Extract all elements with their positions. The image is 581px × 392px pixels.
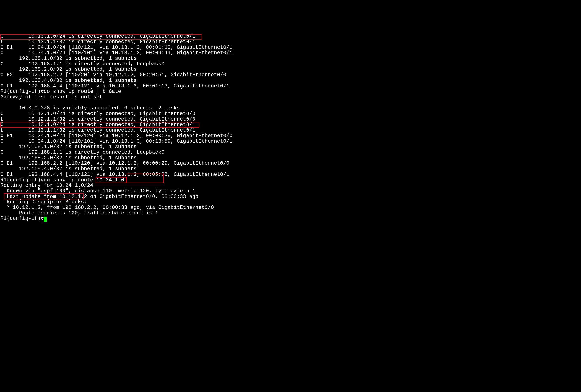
terminal-line-2: O E1 10.24.1.0/24 [110/121] via 10.13.1.…	[0, 45, 581, 50]
terminal-line-17: L 10.13.1.1/32 is directly connected, Gi…	[0, 128, 581, 133]
terminal-line-23: O E1 192.168.2.2 [110/120] via 10.12.1.2…	[0, 160, 581, 166]
terminal-line-22: 192.168.2.0/32 is subnetted, 1 subnets	[0, 155, 581, 161]
terminal-line-21: C 192.168.1.1 is directly connected, Loo…	[0, 150, 581, 155]
terminal-line-31: * 10.12.1.2, from 192.168.2.2, 00:00:33 …	[0, 205, 581, 210]
terminal-line-24: 192.168.4.0/32 is subnetted, 1 subnets	[0, 166, 581, 172]
cursor	[44, 217, 47, 222]
terminal-line-29: Last update from 10.12.1.2 on GigabitEth…	[0, 194, 581, 200]
terminal-line-18: O E1 10.24.1.0/24 [110/120] via 10.12.1.…	[0, 133, 581, 138]
terminal-line-14: C 10.12.1.0/24 is directly connected, Gi…	[0, 111, 581, 116]
terminal-line-33: R1(config-if)#	[0, 216, 581, 221]
terminal-line-26: R1(config-if)#do show ip route 10.24.1.0	[0, 177, 581, 183]
terminal-line-32: Route metric is 120, traffic share count…	[0, 210, 581, 216]
terminal-line-16: C 10.13.1.0/24 is directly connected, Gi…	[0, 122, 581, 128]
terminal-line-9: O E1 192.168.4.4 [110/121] via 10.13.1.3…	[0, 84, 581, 89]
terminal-line-8: 192.168.4.0/32 is subnetted, 1 subnets	[0, 78, 581, 84]
terminal-line-28: Known via "ospf 100", distance 110, metr…	[0, 188, 581, 194]
terminal-line-0: C 10.13.1.0/24 is directly connected, Gi…	[0, 34, 581, 39]
terminal-line-19: O 10.34.1.0/24 [110/101] via 10.13.1.3, …	[0, 138, 581, 144]
terminal-line-15: L 10.12.1.1/32 is directly connected, Gi…	[0, 116, 581, 122]
terminal-line-27: Routing entry for 10.24.1.0/24	[0, 183, 581, 188]
terminal-line-10: R1(config-if)#do show ip route | b Gate	[0, 89, 581, 94]
terminal-line-1: L 10.13.1.1/32 is directly connected, Gi…	[0, 39, 581, 45]
terminal-line-13: 10.0.0.0/8 is variably subnetted, 6 subn…	[0, 105, 581, 111]
terminal-line-25: O E1 192.168.4.4 [110/121] via 10.13.1.3…	[0, 172, 581, 177]
terminal-line-6: 192.168.2.0/32 is subnetted, 1 subnets	[0, 66, 581, 72]
terminal-line-12	[0, 100, 581, 106]
terminal-line-3: O 10.34.1.0/24 [110/101] via 10.13.1.3, …	[0, 50, 581, 56]
terminal-output[interactable]: C 10.13.1.0/24 is directly connected, Gi…	[0, 22, 581, 238]
terminal-line-20: 192.168.1.0/32 is subnetted, 1 subnets	[0, 144, 581, 150]
terminal-line-11: Gateway of last resort is not set	[0, 94, 581, 100]
terminal-line-30: Routing Descriptor Blocks:	[0, 199, 581, 205]
terminal-line-4: 192.168.1.0/32 is subnetted, 1 subnets	[0, 56, 581, 61]
terminal-line-7: O E2 192.168.2.2 [110/20] via 10.12.1.2,…	[0, 72, 581, 78]
terminal-line-5: C 192.168.1.1 is directly connected, Loo…	[0, 61, 581, 67]
